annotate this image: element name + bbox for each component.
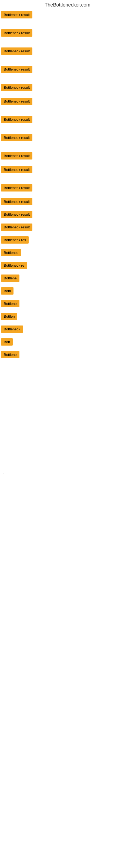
bottleneck-badge: Bottleneck result <box>1 116 32 123</box>
bottleneck-badge: Bottleneck <box>1 326 23 333</box>
list-item: Bottleneck result <box>1 11 134 20</box>
list-item: Bottleneck result <box>1 84 134 92</box>
list-item: Bott <box>1 338 134 347</box>
bottleneck-badge: Bottlen <box>1 313 17 320</box>
list-item: Bottleneck <box>1 326 134 334</box>
bottleneck-badge: Bottleneck res <box>1 236 29 244</box>
bottom-label-area: 0 <box>0 470 135 475</box>
list-item: Bottleneck result <box>1 134 134 143</box>
bottleneck-badge: Bottleneck result <box>1 84 32 91</box>
list-item: Bottleneck result <box>1 166 134 175</box>
bottleneck-badge: Bottlene <box>1 300 19 307</box>
bottleneck-badge: Bottleneck result <box>1 166 32 173</box>
list-item: Bottleneck res <box>1 236 134 245</box>
list-item: Bottleneck re <box>1 262 134 270</box>
list-item: Bottleneck result <box>1 152 134 161</box>
list-item: Bottlenec <box>1 249 134 257</box>
list-item: Bottleneck result <box>1 66 134 74</box>
list-item: Bottlene <box>1 300 134 308</box>
bottleneck-badge: Bottleneck result <box>1 211 32 218</box>
bottleneck-badge: Bottlenec <box>1 249 21 256</box>
bottleneck-badge: Bottleneck result <box>1 198 32 205</box>
blank-space <box>0 362 135 470</box>
page-wrapper: TheBottlenecker.com Bottleneck result Bo… <box>0 0 135 640</box>
list-item: Bottleneck result <box>1 48 134 56</box>
bottom-label: 0 <box>2 473 5 474</box>
site-title: TheBottlenecker.com <box>0 0 135 11</box>
bottleneck-badge: Bottleneck result <box>1 66 32 73</box>
bottleneck-badge: Bottleneck result <box>1 48 32 55</box>
list-item: Bottleneck result <box>1 198 134 207</box>
bottleneck-badge: Bottleneck result <box>1 11 32 19</box>
bottleneck-list: Bottleneck result Bottleneck result Bott… <box>0 11 135 360</box>
list-item: Bottlene <box>1 351 134 360</box>
bottleneck-badge: Bottleneck result <box>1 134 32 141</box>
list-item: Bottlen <box>1 313 134 321</box>
bottleneck-badge: Bottleneck result <box>1 29 32 37</box>
list-item: Bottleneck result <box>1 98 134 106</box>
bottleneck-badge: Bottleneck result <box>1 184 32 191</box>
bottleneck-badge: Bottleneck result <box>1 223 32 231</box>
bottleneck-badge: Bott <box>1 338 13 346</box>
list-item: Bottleneck result <box>1 184 134 193</box>
list-item: Bottleneck result <box>1 211 134 219</box>
list-item: Bottlene <box>1 275 134 283</box>
blank-space-2 <box>0 477 135 640</box>
list-item: Bottleneck result <box>1 116 134 124</box>
bottleneck-badge: Bottlene <box>1 351 19 358</box>
bottleneck-badge: Bottl <box>1 287 13 294</box>
bottleneck-badge: Bottlene <box>1 275 19 282</box>
list-item: Bottl <box>1 287 134 296</box>
list-item: Bottleneck result <box>1 29 134 38</box>
bottleneck-badge: Bottleneck result <box>1 98 32 105</box>
list-item: Bottleneck result <box>1 223 134 232</box>
bottleneck-badge: Bottleneck re <box>1 262 27 269</box>
bottleneck-badge: Bottleneck result <box>1 152 32 159</box>
